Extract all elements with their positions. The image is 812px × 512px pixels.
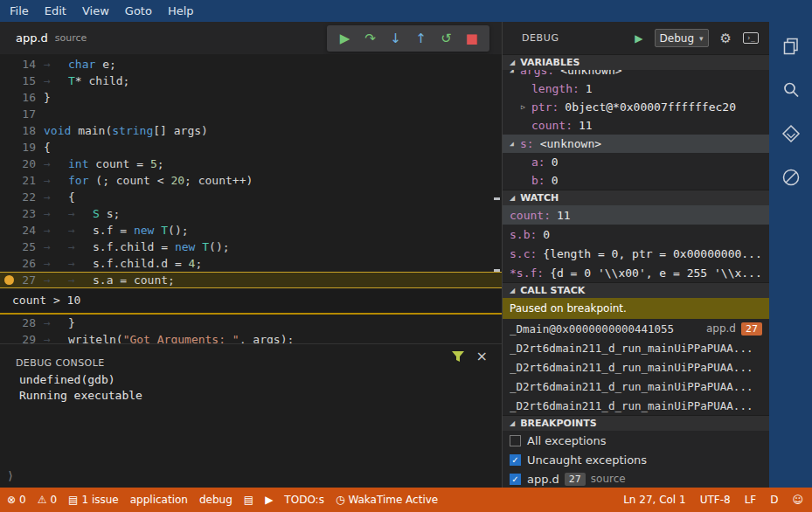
close-icon[interactable]: × [476,348,488,364]
code-line-28[interactable]: 28→} [0,315,502,331]
line-number[interactable]: 20 [0,156,44,172]
status-language-mode[interactable]: D [770,494,778,506]
status-eol[interactable]: LF [745,494,757,506]
menu-item-goto[interactable]: Goto [117,4,160,17]
menu-item-view[interactable]: View [74,4,117,17]
checkbox[interactable] [510,435,521,446]
line-number[interactable]: 24 [0,222,44,239]
tab-app-d[interactable]: app.d [16,31,48,45]
status-todos[interactable]: TODO:s [284,494,324,506]
search-icon[interactable] [781,80,802,100]
code-line-26[interactable]: 26→→s.f.child.d = 4; [0,255,502,272]
variable-row[interactable]: count:11 [503,116,769,135]
callstack-frame[interactable]: _D2rt6dmain211_d_run_mainUiPPaPUAA... [503,357,769,377]
code-line-22[interactable]: 22→{ [0,189,502,205]
variable-row[interactable]: ▷ptr:0bject@*0x00007ffffffec20 [503,98,769,116]
status-debug-config[interactable]: debug [199,494,232,506]
watch-row[interactable]: s.c:{length = 0, ptr = 0x00000000... [503,244,769,263]
code-line-21[interactable]: 21→for (; count < 20; count++) [0,172,502,189]
menu-item-file[interactable]: File [2,4,37,17]
menu-item-help[interactable]: Help [160,4,202,17]
stop-button[interactable]: ■ [459,25,484,52]
frame-name: _D2rt6dmain211_d_run_mainUiPPaPUAA... [510,361,753,374]
status-run[interactable]: ▶ [265,494,273,506]
status-wakatime[interactable]: ◷WakaTime Active [336,494,438,506]
code-line-14[interactable]: 14→char e; [0,56,502,73]
line-number[interactable]: 18 [0,122,44,139]
code-line-25[interactable]: 25→→s.f.child = new T(); [0,239,502,255]
code-line-20[interactable]: 20→int count = 5; [0,156,502,172]
code-line-19[interactable]: 19{ [0,139,502,156]
breakpoint-row[interactable]: ✓Uncaught exceptions [503,450,769,469]
debug-icon[interactable] [781,167,802,188]
code-line-24[interactable]: 24→→s.f = new T(); [0,222,502,239]
breakpoint-icon[interactable] [4,275,14,285]
line-number[interactable]: 26 [0,255,44,272]
code-line-16[interactable]: 16} [0,89,502,106]
line-number[interactable]: 14 [0,56,44,73]
status-warnings[interactable]: ⚠0 [38,494,57,506]
status-cursor-position[interactable]: Ln 27, Col 1 [623,494,686,506]
start-debug-button[interactable]: ▶ [635,32,642,45]
code-line-15[interactable]: 15→T* child; [0,73,502,89]
line-number[interactable]: 25 [0,239,44,255]
variable-row[interactable]: ◢args:<unknown> [503,70,769,80]
variable-row[interactable]: a:0 [503,153,769,171]
open-console-icon[interactable]: ›_ [743,32,759,44]
status-encoding[interactable]: UTF-8 [700,494,731,506]
variables-section-header[interactable]: ◢ VARIABLES [503,54,769,70]
variable-row[interactable]: ◢s:<unknown> [503,135,769,153]
line-number[interactable]: 29 [0,331,44,343]
line-number[interactable]: 15 [0,73,44,89]
line-number[interactable]: 17 [0,106,44,122]
callstack-frame[interactable]: _D2rt6dmain211_d_run_mainUiPPaPUAA... [503,396,769,415]
watch-section-header[interactable]: ◢ WATCH [503,190,769,205]
console-prompt[interactable]: ⟩ [7,469,14,482]
code-line-27[interactable]: 27→→s.a = count; [0,272,502,288]
status-application[interactable]: application [130,494,188,506]
step-out-button[interactable]: ↑ [408,25,434,52]
filter-icon[interactable] [451,350,465,367]
status-issues[interactable]: ▤1 issue [68,494,119,506]
line-number[interactable]: 28 [0,315,44,331]
gear-icon[interactable]: ⚙ [720,31,732,46]
files-icon[interactable] [781,36,802,57]
breakpoint-row[interactable]: All exceptions [503,431,769,450]
line-number[interactable]: 16 [0,89,44,106]
callstack-frame[interactable]: _D2rt6dmain211_d_run_mainUiPPaPUAA... [503,338,769,357]
watch-row[interactable]: *s.f:{d = 0 '\\x00', e = 255 '\\x... [503,263,769,282]
token: (); [209,240,229,253]
menu-item-edit[interactable]: Edit [37,4,74,17]
callstack-section-header[interactable]: ◢ CALL STACK [503,282,769,298]
continue-button[interactable]: ▶ [332,25,357,52]
watch-row[interactable]: count:11 [503,205,769,225]
line-number[interactable]: 19 [0,139,44,156]
line-number[interactable]: 21 [0,172,44,189]
variable-row[interactable]: length:1 [503,80,769,98]
code-line-29[interactable]: 29→writeln("Got Arguments: ", args); [0,331,502,343]
restart-button[interactable]: ↺ [434,25,459,52]
watch-row[interactable]: s.b:0 [503,225,769,244]
code-editor[interactable]: 14→char e;15→T* child;16}1718void main(s… [0,54,502,343]
step-into-button[interactable]: ↓ [383,25,408,52]
checkbox[interactable]: ✓ [510,454,521,466]
checkbox[interactable]: ✓ [510,474,521,485]
breakpoints-section-header[interactable]: ◢ BREAKPOINTS [503,415,769,431]
line-number[interactable]: 23 [0,205,44,222]
callstack-frame[interactable]: _D2rt6dmain211_d_run_mainUiPPaPUAA... [503,377,769,396]
dub-icon[interactable] [781,123,802,144]
callstack-frame[interactable]: _Dmain@0x0000000000441055app.d27 [503,319,769,338]
status-errors[interactable]: ⊗0 [7,494,26,506]
status-feedback[interactable]: ☺ [792,494,803,506]
code-line-18[interactable]: 18void main(string[] args) [0,122,502,139]
code-line-17[interactable]: 17 [0,106,502,122]
code-line-23[interactable]: 23→→S s; [0,205,502,222]
variable-row[interactable]: b:0 [503,171,769,190]
token: ; [195,257,202,270]
status-notes[interactable]: ▤ [244,494,253,506]
step-over-button[interactable]: ↷ [357,25,383,52]
line-number[interactable]: 22 [0,189,44,205]
breakpoint-row[interactable]: ✓app.d27source [503,469,769,488]
debug-config-dropdown[interactable]: Debug ▾ [655,29,709,47]
breakpoint-condition-widget[interactable]: count > 10 [0,288,502,315]
